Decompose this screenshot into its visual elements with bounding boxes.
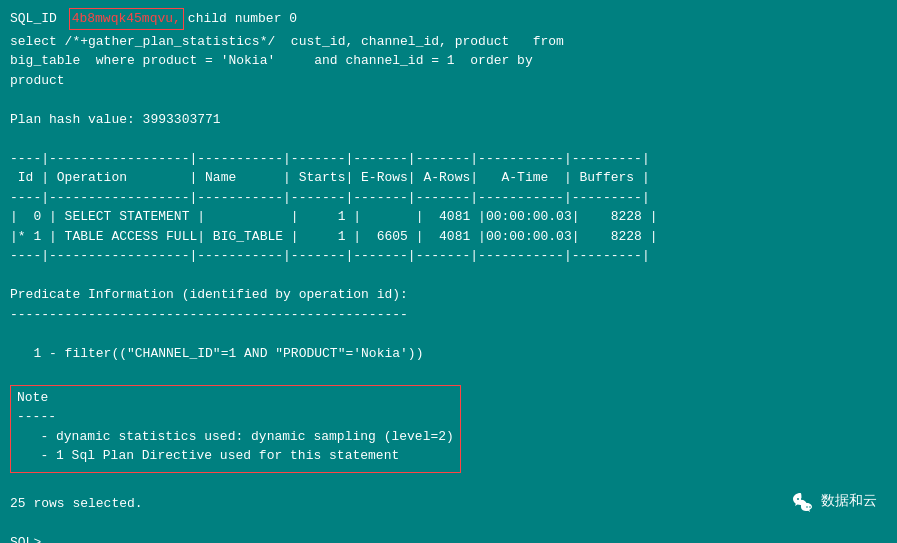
- predicate-sep: ----------------------------------------…: [10, 305, 887, 325]
- table-border-bot: ----|------------------|-----------|----…: [10, 246, 887, 266]
- note-sep: -----: [17, 407, 454, 427]
- blank6: [10, 475, 887, 495]
- sql-id-label: SQL_ID: [10, 11, 57, 26]
- predicate-header: Predicate Information (identified by ope…: [10, 285, 887, 305]
- note-label: Note: [17, 388, 454, 408]
- table-row-0: | 0 | SELECT STATEMENT | | 1 | | 4081 |0…: [10, 207, 887, 227]
- terminal-window: SQL_ID 4b8mwqk45mqvu, child number 0 sel…: [0, 0, 897, 543]
- wechat-icon: [791, 489, 815, 513]
- query-line1: select /*+gather_plan_statistics*/ cust_…: [10, 32, 887, 52]
- blank3: [10, 266, 887, 286]
- query-line3: product: [10, 71, 887, 91]
- svg-point-2: [806, 506, 808, 508]
- note-line2: - 1 Sql Plan Directive used for this sta…: [17, 446, 454, 466]
- predicate1: 1 - filter(("CHANNEL_ID"=1 AND "PRODUCT"…: [10, 344, 887, 364]
- blank7: [10, 514, 887, 534]
- blank5: [10, 363, 887, 383]
- child-number: child number 0: [188, 11, 297, 26]
- spacer: [61, 11, 69, 26]
- blank4: [10, 324, 887, 344]
- table-border-top: ----|------------------|-----------|----…: [10, 149, 887, 169]
- table-row-1: |* 1 | TABLE ACCESS FULL| BIG_TABLE | 1 …: [10, 227, 887, 247]
- watermark-text: 数据和云: [821, 492, 877, 510]
- watermark: 数据和云: [791, 489, 877, 513]
- rows-selected: 25 rows selected.: [10, 494, 887, 514]
- svg-point-0: [797, 498, 799, 500]
- plan-hash: Plan hash value: 3993303771: [10, 110, 887, 130]
- table-header: Id | Operation | Name | Starts| E-Rows| …: [10, 168, 887, 188]
- svg-point-3: [809, 506, 811, 508]
- sql-prompt[interactable]: SQL>: [10, 533, 887, 543]
- blank2: [10, 129, 887, 149]
- query-line2: big_table where product = 'Nokia' and ch…: [10, 51, 887, 71]
- note-box: Note ----- - dynamic statistics used: dy…: [10, 385, 461, 473]
- sql-id-value: 4b8mwqk45mqvu,: [69, 8, 184, 30]
- blank1: [10, 90, 887, 110]
- svg-point-1: [801, 498, 803, 500]
- sql-id-line: SQL_ID 4b8mwqk45mqvu, child number 0: [10, 8, 887, 30]
- table-border-mid: ----|------------------|-----------|----…: [10, 188, 887, 208]
- note-line1: - dynamic statistics used: dynamic sampl…: [17, 427, 454, 447]
